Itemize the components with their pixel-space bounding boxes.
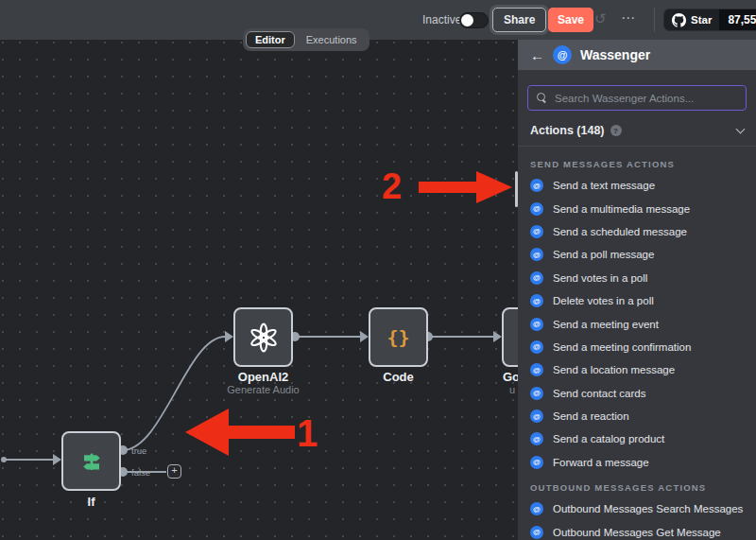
section-outbound-messages: OUTBOUND MESSAGES ACTIONS (518, 474, 756, 497)
wassenger-action-icon: @ (530, 248, 543, 261)
github-octocat-icon (672, 13, 686, 27)
node-code-title: Code (369, 370, 428, 384)
action-send-catalog-product[interactable]: @ Send a catalog product (518, 427, 756, 450)
if-input-port[interactable] (53, 454, 61, 465)
github-star-badge[interactable]: Star 87,557 (663, 9, 756, 31)
more-options-icon[interactable]: ⋯ (621, 9, 636, 26)
wassenger-actions-panel: ← @ Wassenger Actions (148) ? SEND MESSA… (518, 40, 756, 540)
code-braces-icon: {} (387, 326, 409, 349)
n8n-workflow-editor: If true false + OpenAI2 Generate Audio {… (0, 0, 756, 540)
action-outbound-search-messages[interactable]: @ Outbound Messages Search Messages (518, 497, 756, 520)
search-input[interactable] (555, 93, 737, 104)
node-openai2[interactable] (233, 307, 293, 367)
node-code[interactable]: {} (369, 307, 428, 367)
wassenger-action-icon: @ (530, 526, 543, 539)
share-button[interactable]: Share (492, 8, 546, 32)
node-openai2-title: OpenAI2 (233, 370, 293, 384)
if-true-port-label: true (131, 445, 146, 456)
signpost-icon (77, 447, 106, 476)
tab-editor[interactable]: Editor (246, 31, 295, 48)
panel-header: ← @ Wassenger (518, 40, 756, 70)
annotation-label-1: 1 (297, 412, 318, 455)
wassenger-action-icon: @ (530, 340, 543, 354)
if-false-port-label: false (131, 467, 150, 478)
openai-input-port[interactable] (225, 331, 233, 342)
openai-logo-icon (249, 322, 279, 353)
active-toggle[interactable] (459, 12, 489, 28)
chevron-down-icon[interactable] (736, 124, 746, 133)
action-send-meeting-confirmation[interactable]: @ Send a meeting confirmation (518, 336, 756, 358)
wassenger-action-icon: @ (530, 409, 543, 423)
workflow-status-label: Inactive (422, 13, 461, 26)
action-send-text-message[interactable]: @ Send a text message (518, 174, 756, 197)
github-star-section: Star (664, 9, 719, 30)
action-send-votes-in-poll[interactable]: @ Send votes in a poll (518, 267, 756, 289)
search-icon (537, 93, 547, 103)
wassenger-action-icon: @ (530, 502, 543, 515)
help-icon[interactable]: ? (610, 125, 622, 136)
section-send-messages: SEND MESSAGES ACTIONS (518, 147, 756, 174)
save-button[interactable]: Save (548, 8, 593, 32)
action-send-poll-message[interactable]: @ Send a poll message (518, 243, 756, 266)
action-outbound-get-message[interactable]: @ Outbound Messages Get Message (518, 520, 756, 540)
add-node-button[interactable]: + (167, 464, 181, 479)
next-node-input-port[interactable] (493, 331, 502, 342)
actions-count-label: Actions (148) (530, 124, 605, 137)
wassenger-action-icon: @ (530, 363, 543, 376)
wassenger-action-icon: @ (530, 225, 543, 238)
action-send-contact-cards[interactable]: @ Send contact cards (518, 382, 756, 405)
toggle-knob (461, 14, 473, 26)
code-input-port[interactable] (360, 331, 369, 342)
back-icon[interactable]: ← (530, 48, 544, 62)
action-send-location-message[interactable]: @ Send a location message (518, 358, 756, 381)
undo-icon[interactable]: ↺ (594, 10, 607, 27)
github-star-count: 87,557 (719, 9, 756, 30)
top-bar: Inactive Share Save ↺ ⋯ Star 87,557 (0, 0, 756, 40)
view-tabs: Editor Executions (243, 28, 369, 51)
node-openai2-subtitle: Generate Audio (215, 384, 312, 395)
action-send-scheduled-message[interactable]: @ Send a scheduled message (518, 220, 756, 243)
wassenger-action-icon: @ (530, 432, 543, 445)
topbar-divider (654, 8, 655, 32)
node-if[interactable] (61, 431, 121, 491)
wassenger-action-icon: @ (530, 456, 543, 469)
annotation-label-2: 2 (382, 166, 402, 207)
action-send-multimedia-message[interactable]: @ Send a multimedia message (518, 197, 756, 219)
node-if-title: If (61, 495, 121, 509)
wassenger-action-icon: @ (530, 202, 543, 216)
actions-header-row: Actions (148) ? (518, 124, 756, 137)
wassenger-logo-icon: @ (553, 45, 572, 64)
wassenger-action-icon: @ (530, 318, 543, 331)
action-forward-a-message[interactable]: @ Forward a message (518, 451, 756, 474)
tab-executions[interactable]: Executions (297, 31, 367, 48)
wassenger-action-icon: @ (530, 179, 543, 192)
actions-search-box (527, 85, 747, 111)
edge-endpoint-dot (1, 457, 7, 462)
wassenger-action-icon: @ (530, 271, 543, 285)
wassenger-action-icon: @ (530, 387, 543, 400)
github-star-label: Star (691, 14, 712, 26)
action-send-reaction[interactable]: @ Send a reaction (518, 405, 756, 427)
action-send-meeting-event[interactable]: @ Send a meeting event (518, 312, 756, 335)
panel-scrollbar[interactable] (515, 171, 518, 207)
wassenger-action-icon: @ (530, 294, 543, 307)
workflow-canvas[interactable]: If true false + OpenAI2 Generate Audio {… (0, 40, 518, 540)
panel-title: Wassenger (580, 47, 650, 62)
action-delete-votes-in-poll[interactable]: @ Delete votes in a poll (518, 289, 756, 312)
